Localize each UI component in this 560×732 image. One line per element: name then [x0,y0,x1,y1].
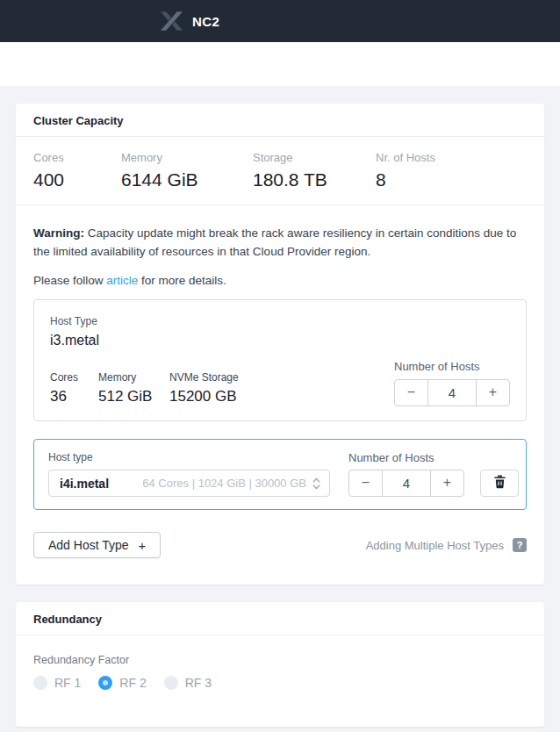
rf1-radio[interactable]: RF 1 [33,676,81,690]
nc2-page: NC2 Cluster Capacity Cores 400 Memory 61… [0,0,560,732]
app-header: NC2 [0,0,560,42]
rf3-radio[interactable]: RF 3 [164,676,212,690]
host-type-name: i3.metal [50,331,510,349]
spec-nvme-storage: NVMe Storage 15200 GB [169,371,239,406]
capacity-warning: Warning: Capacity update might break the… [33,224,527,261]
host-type-select-label: Host type [48,451,330,465]
hosts-count-value[interactable]: 4 [427,380,477,405]
app-name: NC2 [192,14,219,29]
spec-memory: Memory 512 GiB [98,371,169,406]
multiple-host-types-help: Adding Multiple Host Types ? [366,538,527,552]
stat-hosts: Nr. of Hosts 8 [376,151,527,191]
decrement-button[interactable]: − [395,380,427,405]
sub-header-band [0,42,560,86]
follow-line: Please follow article for more details. [33,271,527,290]
rf3-radio-circle[interactable] [164,676,178,690]
trash-icon [493,475,506,492]
warning-prefix: Warning: [33,226,84,240]
nutanix-x-logo-icon [161,11,183,31]
number-of-hosts-stepper: − 4 + [348,470,464,497]
selected-host-specs: 64 Cores | 1024 GiB | 30000 GB [142,477,306,490]
content-area: Cluster Capacity Cores 400 Memory 6144 G… [0,86,560,732]
host-type-select[interactable]: i4i.metal 64 Cores | 1024 GiB | 30000 GB [48,470,330,497]
rf2-radio-circle[interactable] [98,676,112,690]
host-type-row-editable: Host type Number of Hosts i4i.metal 64 C… [33,439,527,510]
delete-host-type-button[interactable] [480,470,519,497]
stat-memory: Memory 6144 GiB [121,151,253,191]
capacity-stats: Cores 400 Memory 6144 GiB Storage 180.8 … [16,137,544,205]
increment-button[interactable]: + [431,470,463,496]
rf2-radio[interactable]: RF 2 [98,676,146,690]
redundancy-title: Redundancy [16,602,544,635]
hosts-count-value[interactable]: 4 [382,470,431,496]
question-mark-icon[interactable]: ? [513,538,527,552]
article-link[interactable]: article [106,274,138,287]
brand[interactable]: NC2 [161,11,219,31]
stat-cores: Cores 400 [33,151,121,191]
plus-icon: + [139,538,147,553]
cluster-capacity-card: Cluster Capacity Cores 400 Memory 6144 G… [16,104,544,585]
add-host-type-button[interactable]: Add Host Type + [33,532,161,558]
help-text: Adding Multiple Host Types [366,539,504,552]
selected-host-type: i4i.metal [60,477,109,491]
redundancy-factor-label: Redundancy Factor [33,653,527,667]
stat-storage: Storage 180.8 TB [253,151,376,191]
host-type-card-i3metal: Host Type i3.metal Cores 36 Memory 512 G… [33,299,527,421]
rf1-radio-circle[interactable] [33,676,47,690]
cluster-capacity-title: Cluster Capacity [16,104,544,137]
spec-cores: Cores 36 [50,371,98,406]
select-sort-icon [312,477,320,490]
redundancy-card: Redundancy Redundancy Factor RF 1 RF 2 R… [16,602,544,727]
number-of-hosts-label: Number of Hosts [348,451,434,465]
decrement-button[interactable]: − [349,470,382,496]
number-of-hosts-label: Number of Hosts [394,360,510,374]
add-host-row: Add Host Type + Adding Multiple Host Typ… [33,532,527,585]
number-of-hosts-stepper: − 4 + [394,379,510,406]
warning-text: Capacity update might break the rack awa… [33,226,516,258]
redundancy-factor-options: RF 1 RF 2 RF 3 [33,676,527,690]
host-type-label: Host Type [50,315,510,328]
hosts-count-group: Number of Hosts − 4 + [394,360,510,406]
increment-button[interactable]: + [477,380,509,405]
